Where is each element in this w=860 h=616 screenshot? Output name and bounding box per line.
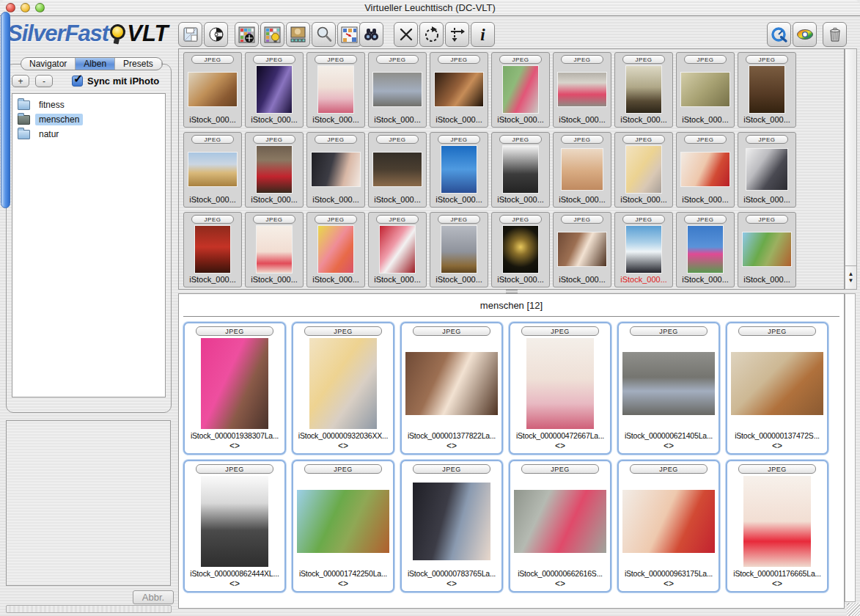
- thumbnail-cell[interactable]: JPEG iStock_000...: [676, 52, 735, 128]
- album-list-item[interactable]: fitness: [12, 98, 165, 112]
- album-card[interactable]: JPEG iStock_000000137472S... <>: [726, 322, 828, 455]
- thumbnail-cell[interactable]: JPEG iStock_000...: [738, 132, 796, 208]
- album-image: [731, 352, 823, 415]
- thumbnail-cell[interactable]: JPEG iStock_000...: [491, 212, 550, 287]
- thumbnail-cell[interactable]: JPEG iStock_000...: [183, 132, 242, 208]
- thumbnail-cell[interactable]: JPEG iStock_000...: [614, 132, 673, 208]
- card-nav-arrows[interactable]: <>: [338, 579, 348, 589]
- card-nav-arrows[interactable]: <>: [229, 441, 240, 451]
- thumbnail-cell[interactable]: JPEG iStock_000...: [430, 52, 488, 128]
- album-card[interactable]: JPEG iStock_000000472667La... <>: [509, 322, 611, 455]
- lighttable-button[interactable]: [260, 22, 284, 47]
- lighttable-scrollbar[interactable]: ▲ ▼: [845, 48, 857, 290]
- album-card[interactable]: JPEG iStock_000000621405La... <>: [617, 322, 720, 455]
- thumbnail-cell[interactable]: JPEG iStock_000...: [614, 52, 673, 128]
- arrange-grid-icon: [340, 26, 359, 44]
- thumbnail-cell[interactable]: JPEG iStock_000...: [553, 212, 611, 287]
- app-window: Virtueller Leuchttisch (DC-VLT) SilverFa…: [0, 0, 860, 616]
- album-card[interactable]: JPEG iStock_000000662616S... <>: [509, 460, 611, 593]
- thumbnail-cell[interactable]: JPEG iStock_000...: [245, 212, 304, 287]
- thumbnail-cell[interactable]: JPEG iStock_000...: [306, 132, 365, 208]
- thumbnail-cell[interactable]: JPEG iStock_000...: [368, 132, 427, 208]
- thumbnail-cell[interactable]: JPEG iStock_000...: [738, 52, 796, 128]
- rotate-button[interactable]: [419, 22, 444, 47]
- thumbnail-cell[interactable]: JPEG iStock_000...: [183, 212, 242, 287]
- info-button[interactable]: i: [471, 22, 495, 47]
- format-badge: JPEG: [304, 326, 382, 336]
- card-nav-arrows[interactable]: <>: [664, 579, 674, 589]
- save-icon: [182, 26, 199, 43]
- thumbnail-cell[interactable]: JPEG iStock_000...: [491, 52, 550, 128]
- album-image: [309, 338, 377, 429]
- sidebar-tab[interactable]: Alben: [76, 58, 115, 70]
- card-nav-arrows[interactable]: <>: [555, 579, 565, 589]
- card-nav-arrows[interactable]: <>: [555, 441, 565, 451]
- album-card[interactable]: JPEG iStock_000000862444XL... <>: [183, 460, 286, 593]
- album-card[interactable]: JPEG iStock_000001377822La... <>: [400, 322, 503, 455]
- album-list-item[interactable]: natur: [12, 127, 165, 142]
- thumbnail-cell[interactable]: JPEG iStock_000...: [676, 132, 735, 208]
- thumbnail-image: [373, 153, 422, 186]
- thumbnail-cell[interactable]: JPEG iStock_000...: [491, 132, 550, 208]
- sync-iphoto-checkbox[interactable]: [72, 76, 83, 87]
- album-card[interactable]: JPEG iStock_000000783765La... <>: [400, 460, 503, 593]
- album-list-item[interactable]: menschen: [12, 112, 165, 127]
- thumbnail-cell[interactable]: JPEG iStock_000...: [430, 212, 488, 287]
- card-nav-arrows[interactable]: <>: [229, 579, 240, 589]
- album-image: [622, 352, 715, 415]
- sidebar-tab[interactable]: Presets: [115, 58, 162, 70]
- add-album-button[interactable]: +: [12, 75, 29, 87]
- thumbnail-cell[interactable]: JPEG iStock_000...: [738, 212, 796, 287]
- album-card[interactable]: JPEG iStock_000001742250La... <>: [292, 460, 394, 593]
- thumbnail-cell[interactable]: JPEG iStock_000...: [553, 52, 611, 128]
- quicktime-button[interactable]: [767, 22, 791, 47]
- card-nav-arrows[interactable]: <>: [664, 441, 674, 451]
- album-scrollbar-track[interactable]: [845, 293, 856, 602]
- mirror-button[interactable]: [445, 22, 469, 47]
- card-nav-arrows[interactable]: <>: [772, 579, 782, 589]
- contact-sheet-button[interactable]: [286, 22, 310, 47]
- window-resize-grip[interactable]: [847, 603, 860, 616]
- scrollbar-thumb[interactable]: [1, 12, 10, 208]
- thumbnail-cell[interactable]: JPEG iStock_000...: [553, 132, 611, 208]
- thumbnail-cell[interactable]: JPEG iStock_000...: [183, 52, 242, 128]
- thumbnail-cell[interactable]: JPEG iStock_000...: [614, 212, 673, 287]
- delete-button[interactable]: [394, 22, 418, 47]
- trash-button[interactable]: [823, 22, 847, 47]
- scroll-down-icon[interactable]: ▼: [848, 278, 854, 284]
- thumbnail-filename: iStock_000...: [497, 275, 544, 284]
- album-name: natur: [35, 128, 62, 140]
- thumbnail-cell[interactable]: JPEG iStock_000...: [430, 132, 488, 208]
- card-nav-arrows[interactable]: <>: [446, 441, 457, 451]
- thumbnail-cell[interactable]: JPEG iStock_000...: [368, 212, 427, 287]
- arrange-button[interactable]: [337, 22, 361, 47]
- thumbnail-image: [441, 226, 477, 273]
- cancel-button[interactable]: Abbr.: [133, 590, 174, 604]
- card-nav-arrows[interactable]: <>: [772, 441, 782, 451]
- thumbnail-cell[interactable]: JPEG iStock_000...: [245, 52, 304, 128]
- thumbnail-cell[interactable]: JPEG iStock_000...: [306, 52, 365, 128]
- card-nav-arrows[interactable]: <>: [446, 579, 457, 589]
- search-button[interactable]: [359, 22, 383, 47]
- thumbnail-cell[interactable]: JPEG iStock_000...: [245, 132, 304, 208]
- lighttable-grid: JPEG iStock_000... JPEG iStock_000... JP…: [178, 48, 845, 290]
- overview-button[interactable]: [235, 22, 259, 47]
- scrollbar-arrows[interactable]: ▲ ▼: [845, 265, 856, 289]
- thumbnail-cell[interactable]: JPEG iStock_000...: [368, 52, 427, 128]
- thumbnail-image: [503, 66, 538, 113]
- album-card[interactable]: JPEG iStock_000001938307La... <>: [183, 322, 286, 455]
- card-nav-arrows[interactable]: <>: [338, 441, 348, 451]
- album-name: menschen: [35, 114, 83, 125]
- thumbnail-cell[interactable]: JPEG iStock_000...: [306, 212, 365, 287]
- film-button[interactable]: [204, 22, 228, 47]
- colorsync-button[interactable]: [793, 22, 817, 47]
- save-button[interactable]: [178, 22, 202, 47]
- album-card[interactable]: JPEG iStock_000000932036XX... <>: [292, 322, 394, 455]
- loupe-button[interactable]: [312, 22, 336, 47]
- scroll-up-icon[interactable]: ▲: [848, 271, 854, 277]
- album-card[interactable]: JPEG iStock_000001176665La... <>: [726, 460, 828, 593]
- remove-album-button[interactable]: -: [35, 75, 53, 87]
- sidebar-tab[interactable]: Navigator: [21, 58, 76, 70]
- album-card[interactable]: JPEG iStock_000000963175La... <>: [617, 460, 720, 593]
- thumbnail-cell[interactable]: JPEG iStock_000...: [676, 212, 735, 287]
